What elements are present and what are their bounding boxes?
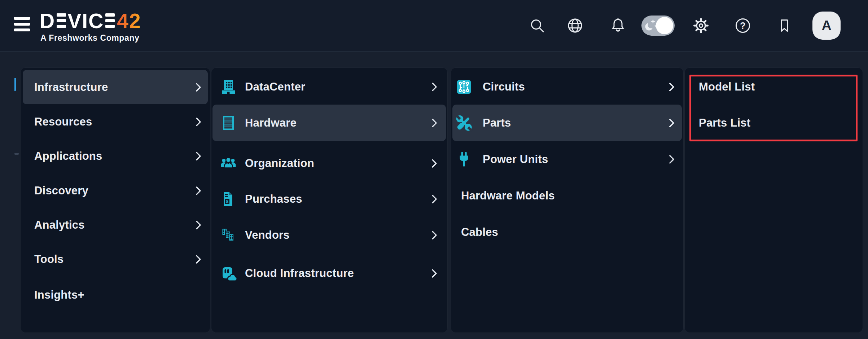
menu-item-label: Circuits	[483, 80, 525, 93]
menu-item-label: Resources	[34, 115, 92, 128]
menu-item-insights[interactable]: Insights+	[23, 278, 208, 312]
help-button[interactable]: ?	[734, 17, 751, 34]
chevron-right-icon	[192, 220, 201, 229]
menu-item-label: Model List	[699, 80, 755, 93]
chevron-right-icon	[428, 269, 437, 278]
menu-item-cables[interactable]: Cables	[452, 215, 682, 250]
bookmark-button[interactable]	[776, 17, 793, 34]
menu-item-label: Tools	[34, 253, 63, 266]
menu-panel-level-1: Infrastructure Resources Applications Di…	[21, 68, 210, 333]
menu-item-applications[interactable]: Applications	[23, 139, 208, 173]
menu-item-cloud-infrastructure[interactable]: Cloud Infrastructure	[212, 256, 446, 291]
logo-letter: D	[40, 11, 55, 31]
gear-icon	[692, 17, 710, 34]
top-navigation-bar: D VIC 42 A Freshworks Company	[0, 0, 868, 52]
menu-item-discovery[interactable]: Discovery	[23, 173, 208, 208]
power-plug-icon	[455, 151, 473, 168]
menu-item-label: Insights+	[34, 289, 84, 301]
notifications-button[interactable]	[609, 17, 627, 34]
menu-panel-level-3: Circuits Parts Power Units Hardware Mode…	[451, 68, 683, 333]
menu-item-vendors[interactable]: Vendors	[212, 218, 446, 252]
menu-panel-level-4: Model List Parts List	[685, 68, 863, 333]
menu-item-label: Vendors	[245, 229, 290, 242]
menu-item-datacenter[interactable]: DataCenter	[212, 70, 446, 104]
menu-item-label: Cloud Infrastructure	[245, 267, 354, 280]
chevron-right-icon	[428, 159, 437, 168]
menu-item-power-units[interactable]: Power Units	[452, 142, 682, 177]
menu-item-label: Power Units	[483, 153, 548, 166]
menu-item-label: Cables	[461, 226, 498, 239]
user-avatar[interactable]: A	[812, 12, 841, 40]
logo-letters: VIC	[67, 11, 104, 31]
chevron-right-icon	[192, 117, 201, 126]
cloud-infrastructure-icon	[220, 265, 237, 282]
page-edge-artifact-gray	[14, 153, 19, 155]
menu-item-label: Parts List	[699, 116, 750, 129]
help-icon: ?	[734, 17, 751, 34]
hamburger-menu-icon	[14, 17, 30, 20]
menu-panel-level-2: DataCenter Hardware Organization	[211, 68, 447, 333]
chevron-right-icon	[665, 118, 674, 127]
bookmark-icon	[776, 17, 793, 34]
chevron-right-icon	[665, 155, 674, 164]
parts-tools-icon	[455, 114, 473, 132]
menu-item-circuits[interactable]: Circuits	[452, 70, 682, 104]
dark-mode-toggle[interactable]	[641, 16, 675, 36]
menu-item-label: Organization	[245, 157, 314, 170]
menu-item-resources[interactable]: Resources	[23, 105, 208, 139]
chevron-right-icon	[428, 82, 437, 91]
chevron-right-icon	[192, 186, 201, 195]
bell-icon	[609, 17, 627, 34]
menu-item-tools[interactable]: Tools	[23, 242, 208, 276]
menu-item-infrastructure[interactable]: Infrastructure	[23, 70, 208, 104]
menu-item-label: Applications	[34, 150, 102, 163]
logo-tagline: A Freshworks Company	[40, 33, 141, 43]
menu-item-label: Hardware	[245, 116, 297, 129]
search-button[interactable]	[529, 17, 546, 34]
language-globe-button[interactable]	[566, 17, 584, 34]
chevron-right-icon	[428, 118, 437, 127]
menu-item-label: Parts	[483, 116, 511, 129]
chevron-right-icon	[665, 82, 674, 91]
toggle-knob	[656, 17, 673, 34]
menu-item-hardware[interactable]: Hardware	[212, 105, 446, 141]
hamburger-menu-button[interactable]	[14, 17, 30, 31]
chevron-right-icon	[192, 83, 201, 92]
chevron-right-icon	[428, 230, 437, 239]
logo-e-glyph	[57, 13, 66, 28]
menu-item-hardware-models[interactable]: Hardware Models	[452, 179, 682, 213]
menu-item-parts[interactable]: Parts	[452, 105, 682, 141]
menu-item-label: Analytics	[34, 219, 85, 232]
svg-text:?: ?	[740, 20, 746, 31]
menu-item-label: Hardware Models	[461, 189, 555, 202]
datacenter-building-icon	[220, 78, 237, 96]
brand-logo[interactable]: D VIC 42 A Freshworks Company	[40, 11, 141, 43]
menu-item-analytics[interactable]: Analytics	[23, 208, 208, 242]
menu-item-organization[interactable]: Organization	[212, 146, 446, 181]
vendors-buildings-icon	[220, 226, 237, 244]
page-edge-artifact-blue	[14, 78, 16, 91]
menu-item-purchases[interactable]: $ Purchases	[212, 182, 446, 216]
menu-item-model-list[interactable]: Model List	[686, 70, 861, 104]
chevron-right-icon	[192, 255, 201, 264]
menu-item-label: DataCenter	[245, 80, 305, 93]
hardware-rack-icon	[220, 114, 237, 132]
globe-icon	[566, 17, 584, 34]
chevron-right-icon	[428, 194, 437, 203]
organization-people-icon	[220, 155, 237, 172]
logo-number: 42	[117, 11, 141, 31]
menu-item-label: Purchases	[245, 193, 302, 206]
menu-item-parts-list[interactable]: Parts List	[686, 106, 861, 140]
menu-item-label: Infrastructure	[34, 81, 108, 94]
device42-app-screen: D VIC 42 A Freshworks Company	[0, 0, 868, 339]
svg-text:$: $	[226, 199, 229, 204]
menu-item-label: Discovery	[34, 184, 88, 197]
chevron-right-icon	[192, 151, 201, 160]
avatar-initial: A	[822, 18, 832, 33]
search-icon	[529, 17, 546, 34]
settings-button[interactable]	[692, 17, 710, 34]
circuits-board-icon	[455, 78, 473, 96]
logo-device42: D VIC 42	[40, 11, 141, 31]
logo-e-glyph	[105, 13, 115, 28]
purchases-invoice-icon: $	[220, 190, 237, 208]
